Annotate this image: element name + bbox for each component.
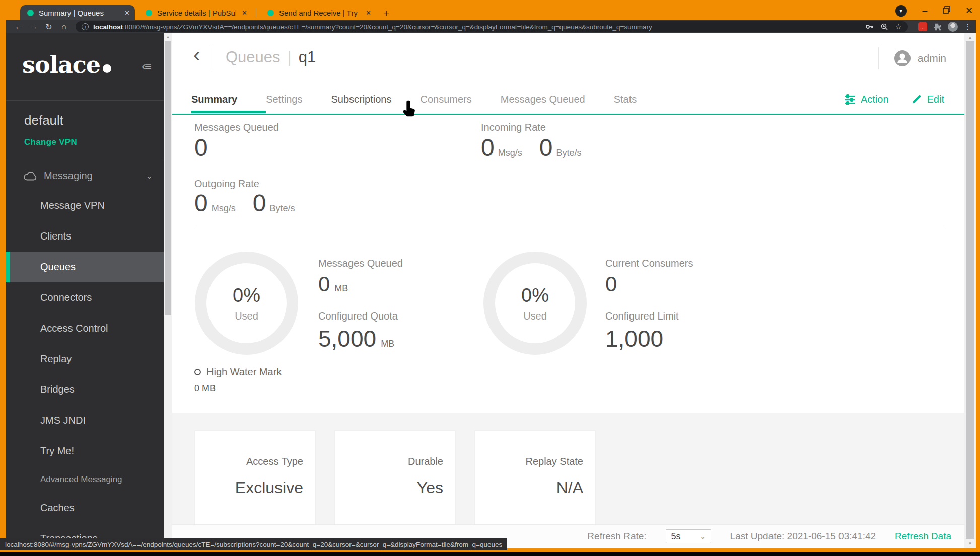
close-window-button[interactable]: ✕ bbox=[965, 5, 973, 16]
sidebar-item-queues[interactable]: Queues bbox=[6, 252, 164, 282]
link-status-bar: localhost:8080/#/msg-vpns/ZGVmYXVsdA==/e… bbox=[0, 538, 507, 550]
browser-menu-icon[interactable]: ⋮ bbox=[964, 22, 971, 31]
sidebar-section-messaging[interactable]: Messaging ⌄ bbox=[6, 161, 164, 190]
mouse-cursor bbox=[402, 100, 417, 122]
action-button[interactable]: Action bbox=[844, 94, 889, 105]
back-button[interactable]: ‹ bbox=[193, 44, 200, 65]
sidebar-item-connectors[interactable]: Connectors bbox=[6, 282, 164, 313]
gauge-field-value: 0 bbox=[605, 272, 772, 296]
tab-stats[interactable]: Stats bbox=[614, 94, 637, 105]
scroll-down-icon[interactable]: ▼ bbox=[964, 541, 976, 546]
sidebar-item-jms-jndi[interactable]: JMS JNDI bbox=[6, 405, 164, 436]
high-water-mark: High Water Mark bbox=[194, 366, 282, 378]
page-actions: Action Edit bbox=[844, 84, 944, 115]
browser-toolbar: ← → ↻ ⌂ i localhost:8080/#/msg-vpns/ZGVm… bbox=[6, 20, 976, 33]
sidebar-item-caches[interactable]: Caches bbox=[6, 493, 164, 523]
incoming-msg-value: 0 bbox=[481, 134, 495, 162]
card-label: Durable bbox=[347, 456, 443, 467]
incoming-rate-values: 0 Msg/s 0 Byte/s bbox=[481, 134, 598, 162]
card-value: Yes bbox=[347, 479, 443, 497]
tab-close-icon[interactable]: ✕ bbox=[366, 9, 371, 17]
scrollbar-thumb[interactable] bbox=[966, 41, 974, 539]
chevron-down-icon[interactable]: ⌄ bbox=[146, 171, 153, 181]
site-info-icon[interactable]: i bbox=[82, 23, 89, 30]
minimize-button[interactable]: – bbox=[922, 5, 928, 17]
new-tab-button[interactable]: + bbox=[380, 7, 393, 20]
sidebar: solace ‹≡ default Change VPN Messaging ⌄… bbox=[6, 33, 164, 548]
gauge-field-label: Current Consumers bbox=[605, 258, 772, 269]
sidebar-item-replay[interactable]: Replay bbox=[6, 344, 164, 374]
breadcrumb-parent[interactable]: Queues bbox=[226, 48, 281, 66]
browser-scrollbar[interactable]: ▲ ▼ bbox=[964, 33, 976, 548]
browser-tab-active[interactable]: Summary | Queues ✕ bbox=[20, 5, 135, 20]
sidebar-item-advanced-messaging[interactable]: Advanced Messaging bbox=[6, 466, 164, 493]
screen: Summary | Queues ✕ Service details | Pub… bbox=[0, 0, 980, 556]
sidebar-collapse-icon[interactable]: ‹≡ bbox=[142, 59, 151, 73]
restore-button[interactable] bbox=[943, 6, 950, 16]
unit: MB bbox=[334, 283, 348, 294]
scrollbar-thumb[interactable] bbox=[165, 41, 171, 315]
edit-label: Edit bbox=[927, 94, 944, 105]
tab-messages-queued[interactable]: Messages Queued bbox=[501, 94, 585, 105]
solace-favicon-icon bbox=[146, 10, 152, 16]
url-text[interactable]: localhost:8080/#/msg-vpns/ZGVmYXVsdA==/e… bbox=[93, 23, 858, 31]
bottom-black-strip bbox=[0, 552, 980, 556]
page-title: q1 bbox=[299, 48, 316, 66]
tab-summary[interactable]: Summary bbox=[191, 94, 237, 105]
incoming-msg-unit: Msg/s bbox=[498, 148, 522, 158]
unit: MB bbox=[381, 339, 394, 349]
bookmark-star-icon[interactable]: ☆ bbox=[895, 22, 902, 31]
sidebar-item-message-vpn[interactable]: Message VPN bbox=[6, 190, 164, 221]
scroll-up-icon[interactable]: ▲ bbox=[164, 35, 172, 39]
consumers-info: Current Consumers 0 Configured Limit 1,0… bbox=[605, 258, 772, 366]
sidebar-item-clients[interactable]: Clients bbox=[6, 221, 164, 252]
refresh-data-link[interactable]: Refresh Data bbox=[895, 529, 951, 542]
edit-button[interactable]: Edit bbox=[911, 94, 944, 105]
section-label: Messaging bbox=[44, 170, 93, 182]
main-content: ‹ Queues | q1 admin bbox=[172, 33, 964, 548]
tab-subscriptions[interactable]: Subscriptions bbox=[331, 94, 391, 105]
screen-share-caret-icon[interactable]: ▼ bbox=[895, 5, 907, 17]
password-key-icon[interactable] bbox=[865, 23, 873, 31]
browser-tab-title: Summary | Queues bbox=[39, 9, 118, 17]
incoming-byte-unit: Byte/s bbox=[556, 148, 581, 158]
quota-usage-caption: Used bbox=[235, 310, 258, 322]
breadcrumb-separator: | bbox=[288, 48, 292, 66]
sidebar-logo-row: solace ‹≡ bbox=[6, 33, 164, 101]
tab-consumers[interactable]: Consumers bbox=[420, 94, 471, 105]
tab-close-icon[interactable]: ✕ bbox=[242, 9, 247, 17]
cloud-icon bbox=[23, 171, 37, 181]
gauge-field-value: 5,000 MB bbox=[318, 325, 484, 352]
solace-logo: solace bbox=[22, 51, 111, 78]
adblock-extension-icon[interactable]: ⋯ bbox=[918, 22, 927, 31]
scroll-up-icon[interactable]: ▲ bbox=[964, 35, 976, 40]
browser-tab-3[interactable]: Send and Receive | Try Me! ✕ bbox=[260, 5, 376, 20]
section-divider bbox=[194, 229, 946, 229]
browser-window: Summary | Queues ✕ Service details | Pub… bbox=[6, 0, 976, 548]
tab-settings[interactable]: Settings bbox=[266, 94, 302, 105]
home-icon[interactable]: ⌂ bbox=[56, 22, 72, 31]
refresh-rate-select[interactable]: 5s ⌄ bbox=[666, 529, 711, 543]
change-vpn-link[interactable]: Change VPN bbox=[24, 137, 164, 147]
gauge-field-label: Messages Queued bbox=[318, 258, 484, 269]
breadcrumb: Queues | q1 bbox=[226, 48, 316, 66]
zoom-icon[interactable] bbox=[880, 23, 888, 31]
forward-icon[interactable]: → bbox=[26, 22, 41, 31]
legend-circle-icon bbox=[194, 369, 201, 375]
user-menu[interactable]: admin bbox=[878, 47, 946, 69]
card-value: Exclusive bbox=[207, 479, 303, 497]
quota-usage-percent: 0% bbox=[233, 285, 260, 306]
address-bar[interactable]: i localhost:8080/#/msg-vpns/ZGVmYXVsdA==… bbox=[76, 21, 908, 32]
incoming-rate-label: Incoming Rate bbox=[481, 122, 546, 133]
sidebar-item-access-control[interactable]: Access Control bbox=[6, 313, 164, 344]
sidebar-item-try-me[interactable]: Try Me! bbox=[6, 436, 164, 466]
content-scrollbar-left[interactable]: ▲ ▼ bbox=[164, 33, 172, 548]
tab-close-icon[interactable]: ✕ bbox=[124, 9, 130, 17]
sidebar-item-bridges[interactable]: Bridges bbox=[6, 374, 164, 405]
browser-tab-2[interactable]: Service details | PubSub+ Cloud ✕ bbox=[138, 5, 252, 20]
reload-icon[interactable]: ↻ bbox=[41, 22, 56, 32]
back-icon[interactable]: ← bbox=[11, 22, 26, 31]
extension-icon[interactable] bbox=[933, 23, 942, 31]
profile-avatar[interactable] bbox=[948, 22, 958, 32]
value: 0 bbox=[318, 272, 330, 296]
